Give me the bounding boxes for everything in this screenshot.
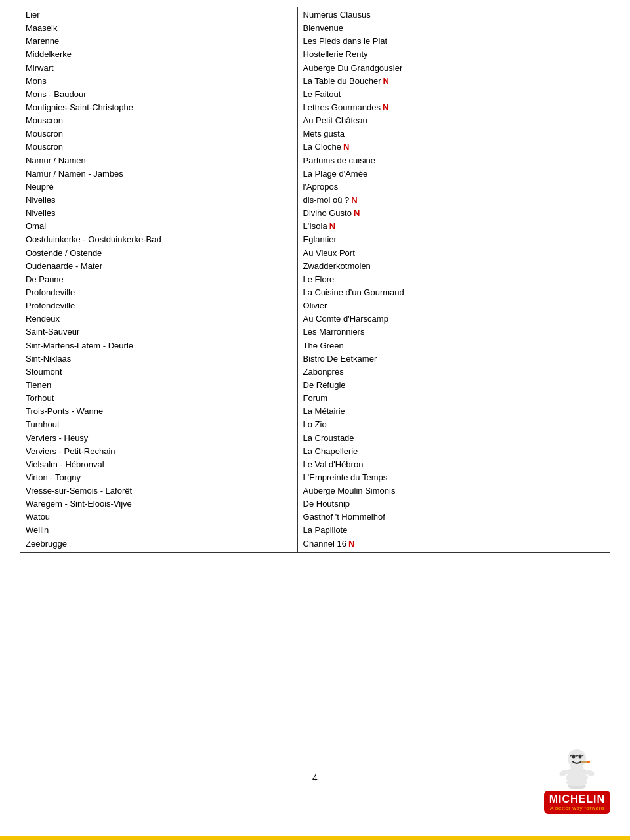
restaurant-name: Le Flore xyxy=(303,273,335,286)
restaurant-name: Numerus Clausus xyxy=(303,9,371,22)
list-item: Mouscron xyxy=(26,114,292,127)
restaurant-name: La Papillote xyxy=(303,524,348,537)
list-item: The Green xyxy=(303,339,604,352)
list-item: dis-moi où ?N xyxy=(303,194,604,207)
list-item: Verviers - Heusy xyxy=(26,432,292,445)
list-item: Mets gusta xyxy=(303,127,604,140)
location-name: Oudenaarde - Mater xyxy=(26,260,102,273)
list-item: Vielsalm - Hébronval xyxy=(26,458,292,471)
location-name: Mons xyxy=(26,75,47,88)
list-item: Le Val d'Hébron xyxy=(303,458,604,471)
location-name: Nivelles xyxy=(26,194,56,207)
restaurant-name: Channel 16 xyxy=(303,537,347,551)
page-footer: 4 xyxy=(0,742,630,814)
svg-rect-11 xyxy=(587,761,590,763)
yellow-bar xyxy=(0,836,630,840)
list-item: Mirwart xyxy=(26,62,292,75)
badge-n: N xyxy=(343,140,349,154)
list-item: La Métairie xyxy=(303,405,604,418)
list-item: Les Marronniers xyxy=(303,326,604,339)
list-item: Stoumont xyxy=(26,366,292,379)
list-item: Oostduinkerke - Oostduinkerke-Bad xyxy=(26,233,292,246)
list-item: Mouscron xyxy=(26,140,292,154)
restaurant-name: Bienvenue xyxy=(303,22,343,35)
list-item: Nivelles xyxy=(26,207,292,220)
restaurant-name: Les Pieds dans le Plat xyxy=(303,35,388,48)
location-name: Middelkerke xyxy=(26,48,72,61)
restaurant-name: Eglantier xyxy=(303,233,337,246)
badge-n: N xyxy=(383,101,388,114)
location-name: Mons - Baudour xyxy=(26,88,87,101)
list-item: l'Apropos xyxy=(303,180,604,194)
list-item: Zabonprés xyxy=(303,366,604,379)
list-item: Maaseik xyxy=(26,22,292,35)
location-name: Verviers - Heusy xyxy=(26,432,88,445)
michelin-tagline: A better way forward xyxy=(550,805,604,811)
location-name: Sint-Niklaas xyxy=(26,352,71,366)
restaurant-name: Mets gusta xyxy=(303,127,345,140)
location-name: Profondeville xyxy=(26,286,75,299)
restaurant-name: Les Marronniers xyxy=(303,326,365,339)
location-name: Mirwart xyxy=(26,62,54,75)
content-area: LierMaaseikMarenneMiddelkerkeMirwartMons… xyxy=(0,0,630,566)
svg-point-7 xyxy=(568,749,586,768)
badge-n: N xyxy=(354,207,360,220)
right-column: Numerus ClaususBienvenueLes Pieds dans l… xyxy=(303,9,604,551)
list-item: Hostellerie Renty xyxy=(303,48,604,61)
restaurant-name: La Cloche xyxy=(303,140,342,154)
list-item: Marenne xyxy=(26,35,292,48)
list-item: Auberge Du Grandgousier xyxy=(303,62,604,75)
list-item: Turnhout xyxy=(26,418,292,431)
michelin-badge: MICHELIN A better way forward xyxy=(544,791,610,814)
location-name: Virton - Torgny xyxy=(26,471,81,484)
restaurant-name: La Table du Boucher xyxy=(303,75,381,88)
list-item: Profondeville xyxy=(26,286,292,299)
restaurant-name: L'Empreinte du Temps xyxy=(303,471,388,484)
list-item: Eglantier xyxy=(303,233,604,246)
list-item: Torhout xyxy=(26,392,292,405)
list-item: Sint-Martens-Latem - Deurle xyxy=(26,339,292,352)
location-name: Watou xyxy=(26,511,50,524)
location-name: Torhout xyxy=(26,392,54,405)
list-item: Tienen xyxy=(26,379,292,392)
location-name: Oostduinkerke - Oostduinkerke-Bad xyxy=(26,233,161,246)
location-name: Vielsalm - Hébronval xyxy=(26,458,104,471)
list-item: Namur / Namen - Jambes xyxy=(26,167,292,180)
list-item: Le Flore xyxy=(303,273,604,286)
restaurant-name: Bistro De Eetkamer xyxy=(303,352,377,366)
list-item: Nivelles xyxy=(26,194,292,207)
list-item: La Table du BoucherN xyxy=(303,75,604,88)
restaurant-name: Au Petit Château xyxy=(303,114,368,127)
list-item: Forum xyxy=(303,392,604,405)
location-name: Montignies-Saint-Christophe xyxy=(26,101,133,114)
list-item: Oostende / Ostende xyxy=(26,247,292,260)
list-item: Trois-Ponts - Wanne xyxy=(26,405,292,418)
main-table: LierMaaseikMarenneMiddelkerkeMirwartMons… xyxy=(20,7,610,553)
restaurant-name: l'Apropos xyxy=(303,180,339,194)
location-name: Sint-Martens-Latem - Deurle xyxy=(26,339,133,352)
location-name: Trois-Ponts - Wanne xyxy=(26,405,103,418)
list-item: Le Faitout xyxy=(303,88,604,101)
restaurant-name: Zabonprés xyxy=(303,366,344,379)
location-name: Mouscron xyxy=(26,140,63,154)
list-item: Waregem - Sint-Eloois-Vijve xyxy=(26,497,292,511)
restaurant-name: Parfums de cuisine xyxy=(303,154,376,167)
location-name: Waregem - Sint-Eloois-Vijve xyxy=(26,497,132,511)
list-item: La Plage d'Amée xyxy=(303,167,604,180)
list-item: Sint-Niklaas xyxy=(26,352,292,366)
restaurant-name: Au Comte d'Harscamp xyxy=(303,312,388,326)
location-name: Neupré xyxy=(26,180,54,194)
location-name: Nivelles xyxy=(26,207,56,220)
list-item: Bistro De Eetkamer xyxy=(303,352,604,366)
restaurant-name: L'Isola xyxy=(303,220,327,233)
restaurant-name: Au Vieux Port xyxy=(303,247,355,260)
restaurant-name: Le Faitout xyxy=(303,88,341,101)
list-item: Namur / Namen xyxy=(26,154,292,167)
restaurant-name: Le Val d'Hébron xyxy=(303,458,364,471)
location-name: Oostende / Ostende xyxy=(26,247,102,260)
list-item: Mouscron xyxy=(26,127,292,140)
restaurant-name: Auberge Du Grandgousier xyxy=(303,62,403,75)
location-name: Mouscron xyxy=(26,114,63,127)
list-item: Lo Zio xyxy=(303,418,604,431)
left-column: LierMaaseikMarenneMiddelkerkeMirwartMons… xyxy=(26,9,292,551)
